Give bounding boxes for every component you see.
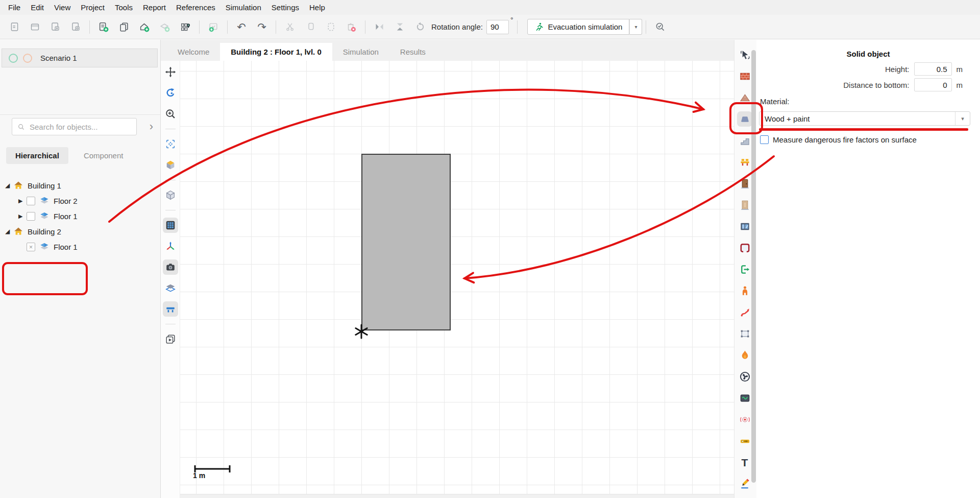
route-tool-button[interactable] — [737, 304, 752, 320]
menu-help[interactable]: Help — [304, 1, 330, 14]
ramp-tool-button[interactable] — [737, 90, 752, 105]
menu-tools[interactable]: Tools — [110, 1, 138, 14]
material-dropdown[interactable]: Wood + paint ▾ — [759, 111, 970, 126]
person-tool-button[interactable] — [737, 283, 752, 298]
select-tool-button[interactable] — [737, 47, 752, 62]
scenario-item[interactable]: Scenario 1 — [2, 49, 158, 67]
tab-welcome[interactable]: Welcome — [167, 43, 220, 61]
evacuation-simulation-button[interactable]: Evacuation simulation — [527, 19, 630, 35]
duplicate-scenario-button[interactable] — [114, 18, 134, 36]
search-input[interactable] — [30, 123, 131, 131]
evacuation-dropdown-button[interactable]: ▾ — [629, 19, 642, 35]
redo-button[interactable]: ↷ — [252, 18, 272, 36]
add-building-button[interactable] — [134, 18, 155, 36]
drawing-canvas[interactable]: 1 m — [161, 61, 734, 498]
rotation-angle-input[interactable] — [486, 20, 509, 34]
furniture-tool-button[interactable] — [737, 154, 752, 170]
grid-toggle-button[interactable] — [163, 218, 178, 233]
scrollbar-thumb[interactable] — [751, 50, 756, 483]
paste-button[interactable] — [321, 18, 341, 36]
layers-button[interactable] — [163, 280, 178, 296]
undo-button[interactable]: ↶ — [231, 18, 252, 36]
expand-icon[interactable]: ◢ — [5, 228, 13, 235]
add-floor-button[interactable] — [155, 18, 175, 36]
alarm-tool-button[interactable] — [737, 412, 752, 427]
floor-visibility-checkbox[interactable] — [27, 197, 35, 205]
search-submit-chevron-icon[interactable]: › — [150, 119, 153, 134]
measuring-device-tool-button[interactable] — [737, 390, 752, 406]
collapse-icon[interactable]: ▶ — [18, 198, 27, 204]
wall-tool-button[interactable] — [737, 68, 752, 84]
tab-hierarchical[interactable]: Hierarchical — [6, 147, 68, 164]
menu-simulation[interactable]: Simulation — [220, 1, 266, 14]
presentation-button[interactable] — [163, 331, 178, 347]
text-tool-button[interactable]: T — [737, 455, 752, 470]
import-image-button[interactable] — [203, 18, 224, 36]
draw-tool-button[interactable] — [737, 476, 752, 491]
tree-row-b1-floor-1[interactable]: ▶ Floor 1 — [0, 208, 160, 224]
fire-tool-button[interactable] — [737, 347, 752, 363]
menu-report[interactable]: Report — [138, 1, 171, 14]
save-document-button[interactable] — [65, 18, 86, 36]
menu-edit[interactable]: Edit — [26, 1, 49, 14]
toolstrip-divider — [165, 324, 176, 324]
solid-object-shape[interactable] — [361, 154, 451, 330]
fan-tool-button[interactable] — [737, 369, 752, 384]
close-document-button[interactable] — [45, 18, 65, 36]
screenshot-button[interactable] — [163, 259, 178, 275]
rotate-tool-button[interactable] — [163, 85, 178, 101]
flip-vertical-button[interactable] — [389, 18, 410, 36]
new-document-button[interactable] — [4, 18, 24, 36]
distance-to-bottom-input[interactable] — [914, 78, 952, 91]
opening-tool-button[interactable] — [737, 240, 752, 255]
height-row: Height: m — [885, 62, 963, 76]
height-input[interactable] — [914, 62, 952, 76]
window-tool-button[interactable] — [737, 219, 752, 234]
tree-row-building-1[interactable]: ◢ Building 1 — [0, 178, 160, 193]
axes-toggle-button[interactable] — [163, 239, 178, 254]
tree-row-building-2[interactable]: ◢ Building 2 — [0, 224, 160, 239]
view-wireframe-button[interactable] — [163, 187, 178, 203]
move-tool-button[interactable] — [163, 64, 178, 80]
tree-row-b2-floor-1[interactable]: × Floor 1 — [0, 239, 160, 254]
doorway-tool-button[interactable] — [737, 197, 752, 212]
tree-row-b1-floor-2[interactable]: ▶ Floor 2 — [0, 193, 160, 208]
view-3d-button[interactable] — [163, 157, 178, 173]
menu-settings[interactable]: Settings — [266, 1, 304, 14]
add-scenario-button[interactable] — [93, 18, 114, 36]
tab-component[interactable]: Component — [81, 147, 127, 164]
flip-horizontal-button[interactable] — [369, 18, 389, 36]
menu-file[interactable]: File — [3, 1, 26, 14]
horizontal-scrollbar[interactable] — [180, 494, 734, 498]
dropdown-button[interactable]: ▾ — [955, 112, 970, 125]
area-tool-button[interactable] — [737, 326, 752, 341]
menu-view[interactable]: View — [49, 1, 76, 14]
toolbar-scrollbar[interactable] — [751, 42, 756, 496]
tab-building-2-floor-1[interactable]: Building 2 : Floor 1, lvl. 0 — [220, 43, 332, 61]
extinguisher-tool-button[interactable] — [737, 433, 752, 448]
exit-tool-button[interactable] — [737, 262, 752, 277]
menu-project[interactable]: Project — [76, 1, 110, 14]
expand-icon[interactable]: ◢ — [5, 182, 13, 189]
menu-references[interactable]: References — [171, 1, 220, 14]
door-tool-button[interactable] — [737, 176, 752, 191]
check-results-button[interactable] — [650, 18, 670, 36]
fit-view-button[interactable] — [163, 136, 178, 152]
collapse-icon[interactable]: ▶ — [18, 213, 27, 220]
tab-simulation[interactable]: Simulation — [332, 43, 389, 61]
zoom-tool-button[interactable] — [163, 106, 178, 122]
floor-visibility-checkbox[interactable] — [27, 212, 35, 221]
map-view-button[interactable] — [175, 18, 195, 36]
furniture-view-button[interactable] — [163, 301, 178, 317]
open-document-button[interactable] — [24, 18, 45, 36]
canvas-grid[interactable] — [180, 61, 734, 498]
stairs-tool-button[interactable] — [737, 133, 752, 148]
delete-button[interactable] — [341, 18, 361, 36]
copy-button[interactable] — [300, 18, 321, 36]
floor-visibility-checkbox-checked[interactable]: × — [27, 243, 35, 251]
cut-button[interactable] — [280, 18, 300, 36]
rotate-button[interactable] — [410, 18, 430, 36]
tab-results[interactable]: Results — [389, 43, 436, 61]
solid-object-tool-button[interactable] — [737, 111, 752, 127]
measure-surface-checkbox[interactable] — [760, 135, 769, 144]
